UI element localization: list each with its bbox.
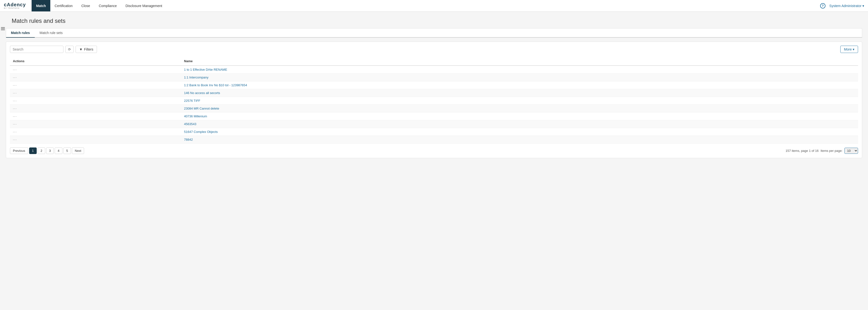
row-name-link[interactable]: 22576 TIFF (184, 99, 200, 102)
row-actions[interactable]: ··· (10, 73, 181, 82)
table-row: ···23084 MR Cannot delete (10, 105, 858, 113)
table-header-row: ActionsName (10, 57, 858, 66)
table-row: ···22576 TIFF (10, 97, 858, 105)
main-card: ⟳ ▼ Filters More ▾ ActionsName ···1 to 1… (6, 41, 862, 158)
more-button[interactable]: More ▾ (840, 46, 858, 53)
pagination-page-2[interactable]: 2 (38, 148, 45, 154)
refresh-button[interactable]: ⟳ (65, 46, 74, 53)
row-actions[interactable]: ··· (10, 97, 181, 105)
nav-item-match[interactable]: Match (32, 0, 50, 11)
row-name: 1:2 Bank to Book Inv No $10 tol - 123987… (181, 82, 858, 89)
row-actions[interactable]: ··· (10, 66, 181, 73)
col-header-actions: Actions (10, 57, 181, 66)
logo-sub: BY TRINTECH (4, 7, 20, 9)
chevron-down-icon: ▾ (853, 48, 855, 51)
row-name: 23084 MR Cannot delete (181, 105, 858, 113)
refresh-icon: ⟳ (68, 48, 71, 51)
pagination-page-5[interactable]: 5 (63, 148, 71, 154)
tabs-container: Match rulesMatch rule sets (6, 28, 862, 38)
row-actions[interactable]: ··· (10, 113, 181, 120)
table-row: ···1:2 Bank to Book Inv No $10 tol - 123… (10, 82, 858, 89)
table-row: ···146 No access all secorts (10, 89, 858, 97)
row-name-link[interactable]: 4563543 (184, 122, 196, 126)
table-row: ···1 to 1 Effective DAte RENAME (10, 66, 858, 73)
row-actions[interactable]: ··· (10, 120, 181, 128)
row-actions[interactable]: ··· (10, 128, 181, 136)
row-name-link[interactable]: 1:1 Intercompany (184, 75, 208, 79)
row-name: 78842 (181, 136, 858, 144)
table-body: ···1 to 1 Effective DAte RENAME···1:1 In… (10, 66, 858, 144)
tab-match-rules[interactable]: Match rules (6, 28, 35, 38)
row-name-link[interactable]: 146 No access all secorts (184, 91, 220, 95)
row-name: 40736 Millenium (181, 113, 858, 120)
hamburger-menu[interactable] (0, 25, 5, 32)
row-actions[interactable]: ··· (10, 105, 181, 113)
row-actions[interactable]: ··· (10, 82, 181, 89)
row-name: 1:1 Intercompany (181, 73, 858, 82)
logo: cAdency BY TRINTECH (4, 2, 26, 9)
table-row: ···4563543 (10, 120, 858, 128)
help-icon[interactable]: ? (820, 3, 826, 8)
pagination-page-4[interactable]: 4 (55, 148, 62, 154)
search-input[interactable] (10, 46, 63, 53)
row-name: 146 No access all secorts (181, 89, 858, 97)
row-name-link[interactable]: 1 to 1 Effective DAte RENAME (184, 68, 227, 71)
row-actions[interactable]: ··· (10, 136, 181, 144)
pagination-page-1[interactable]: 1 (29, 148, 37, 154)
pagination-previous[interactable]: Previous (10, 148, 28, 154)
logo-text: cAdency (4, 2, 26, 7)
pagination-page-3[interactable]: 3 (46, 148, 54, 154)
page-info: 157 items, page 1 of 16Items per page:10… (786, 148, 858, 154)
row-name-link[interactable]: 51647 Complex Objects (184, 130, 218, 134)
filters-button[interactable]: ▼ Filters (75, 46, 97, 53)
nav-right: ? System Administrator ▾ (820, 3, 864, 8)
page-title: Match rules and sets (12, 18, 862, 24)
row-name-link[interactable]: 1:2 Bank to Book Inv No $10 tol - 123987… (184, 83, 247, 87)
row-name: 51647 Complex Objects (181, 128, 858, 136)
page-info-text: 157 items, page 1 of 16 (786, 149, 819, 153)
pagination-next[interactable]: Next (72, 148, 84, 154)
row-name: 22576 TIFF (181, 97, 858, 105)
nav-item-close[interactable]: Close (77, 0, 95, 11)
match-rules-table: ActionsName ···1 to 1 Effective DAte REN… (10, 57, 858, 144)
col-header-name: Name (181, 57, 858, 66)
table-row: ···51647 Complex Objects (10, 128, 858, 136)
table-row: ···78842 (10, 136, 858, 144)
row-name-link[interactable]: 23084 MR Cannot delete (184, 107, 219, 110)
toolbar: ⟳ ▼ Filters More ▾ (10, 46, 858, 53)
nav-items: MatchCertificationCloseComplianceDisclos… (32, 0, 166, 11)
top-nav: cAdency BY TRINTECH MatchCertificationCl… (0, 0, 868, 12)
row-name: 4563543 (181, 120, 858, 128)
nav-item-certification[interactable]: Certification (50, 0, 77, 11)
filter-icon: ▼ (79, 48, 83, 51)
user-menu[interactable]: System Administrator ▾ (829, 4, 864, 8)
row-name-link[interactable]: 40736 Millenium (184, 115, 207, 118)
nav-item-disclosure-management[interactable]: Disclosure Management (121, 0, 166, 11)
pagination: Previous12345Next157 items, page 1 of 16… (10, 148, 858, 154)
row-name-link[interactable]: 78842 (184, 138, 193, 142)
row-name: 1 to 1 Effective DAte RENAME (181, 66, 858, 73)
nav-item-compliance[interactable]: Compliance (95, 0, 121, 11)
row-actions[interactable]: ··· (10, 89, 181, 97)
items-per-page-label: Items per page: (820, 149, 842, 153)
items-per-page-select[interactable]: 102550100 (844, 148, 858, 154)
table-row: ···40736 Millenium (10, 113, 858, 120)
tab-match-rule-sets[interactable]: Match rule sets (35, 28, 67, 38)
table-row: ···1:1 Intercompany (10, 73, 858, 82)
